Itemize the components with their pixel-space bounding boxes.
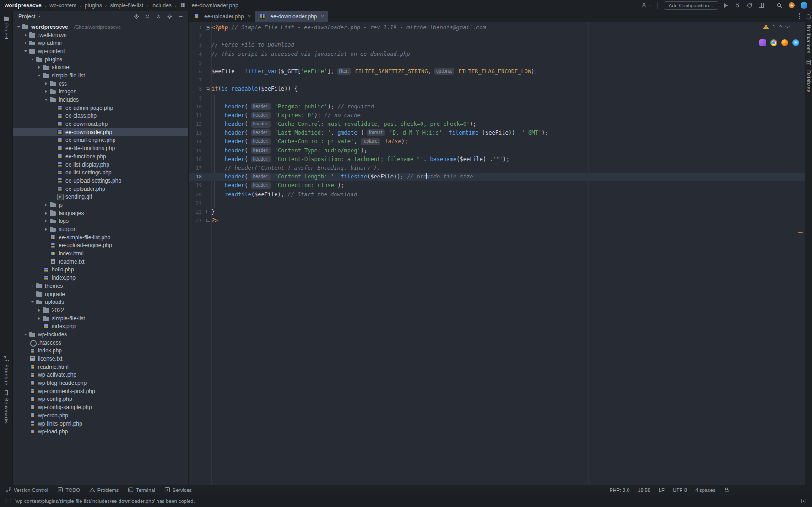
code-line-12[interactable]: 12 header( header: 'Cache-Control: must-… <box>189 120 805 129</box>
breadcrumb-item[interactable]: wp-content <box>49 2 76 9</box>
browser-safari-icon[interactable] <box>792 39 799 46</box>
database-button[interactable] <box>806 59 812 67</box>
chevron-right-icon[interactable] <box>29 283 35 289</box>
chevron-right-icon[interactable] <box>36 307 42 313</box>
status-widget[interactable]: 18:58 <box>638 487 650 493</box>
expand-all-button[interactable] <box>145 14 151 20</box>
code-line-4[interactable]: 4// This script is accessed via javascri… <box>189 50 805 59</box>
code-line-23[interactable]: 23?> <box>189 216 805 225</box>
tree-item[interactable]: simple-file-list <box>13 314 188 323</box>
tree-item[interactable]: ee-uploader.php <box>13 185 188 193</box>
chevron-right-icon[interactable] <box>22 32 28 38</box>
code-line-11[interactable]: 11 header( header: 'Expires: 0'); // no … <box>189 111 805 120</box>
line-number[interactable]: 8 <box>189 85 204 93</box>
toolwindow-button-services[interactable]: Services <box>164 487 192 493</box>
tree-item[interactable]: index.php <box>13 274 188 282</box>
chevron-right-icon[interactable] <box>36 65 42 70</box>
chevron-down-icon[interactable] <box>38 16 41 17</box>
code-editor[interactable]: 1<?php // Simple File List - ee-download… <box>189 22 805 485</box>
tree-item[interactable]: hello.php <box>13 266 188 274</box>
run-button[interactable] <box>724 3 728 8</box>
tool-stripe-label[interactable]: Notifications <box>806 25 812 53</box>
tree-item[interactable]: .well-known <box>13 31 188 39</box>
tree-item[interactable]: akismet <box>13 63 188 71</box>
tree-item[interactable]: wp-includes <box>13 330 188 339</box>
tree-item[interactable]: wp-cron.php <box>13 411 188 420</box>
code-line-3[interactable]: 3// Force File to Download <box>189 41 805 49</box>
hide-panel-button[interactable] <box>178 14 184 20</box>
line-number[interactable]: 3 <box>189 41 204 49</box>
tool-windows-button[interactable] <box>759 3 764 8</box>
status-corner-widget[interactable] <box>801 498 807 504</box>
tree-item[interactable]: wp-config-sample.php <box>13 403 188 411</box>
status-widget[interactable]: LF <box>659 487 665 493</box>
code-line-13[interactable]: 13 header( header: 'Last-Modified: '. gm… <box>189 129 805 137</box>
status-widget[interactable]: 4 spaces <box>695 487 715 493</box>
line-number[interactable]: 14 <box>189 137 204 146</box>
tree-item[interactable]: readme.html <box>13 363 188 371</box>
tab-close-icon[interactable]: × <box>248 13 251 19</box>
update-indicator[interactable] <box>789 2 795 8</box>
chevron-down-icon[interactable] <box>22 48 28 54</box>
tool-stripe-label[interactable]: Database <box>806 70 812 92</box>
toolwindow-button-problems[interactable]: Problems <box>89 487 119 493</box>
editor-tab[interactable]: ee-uploader.php× <box>189 11 255 22</box>
tree-item[interactable]: index.php <box>13 322 188 330</box>
tree-item[interactable]: simple-file-list <box>13 71 188 80</box>
line-number[interactable]: 16 <box>189 155 204 164</box>
tree-item[interactable]: includes <box>13 96 188 104</box>
scrollbar-warning-mark[interactable] <box>798 232 803 233</box>
tree-item[interactable]: ee-list-display.php <box>13 161 188 169</box>
tree-item[interactable]: js <box>13 201 188 209</box>
chevron-down-icon[interactable] <box>29 56 35 62</box>
chevron-right-icon[interactable] <box>43 202 49 208</box>
fold-marker[interactable] <box>204 26 211 30</box>
tree-item[interactable]: uploads <box>13 298 188 306</box>
tree-item[interactable]: themes <box>13 282 188 290</box>
code-line-14[interactable]: 14 header( header: 'Cache-Control: priva… <box>189 137 805 146</box>
code-line-20[interactable]: 20 readfile($eeFile); // Start the downl… <box>189 190 805 199</box>
fold-marker[interactable] <box>204 87 211 91</box>
debug-button[interactable] <box>734 2 741 8</box>
line-number[interactable]: 4 <box>189 50 204 59</box>
code-line-19[interactable]: 19 header( header: 'Connection: close'); <box>189 181 805 190</box>
chevron-right-icon[interactable] <box>43 227 49 232</box>
chevron-right-icon[interactable] <box>43 89 49 95</box>
rerun-button[interactable] <box>747 2 753 8</box>
collaboration-button[interactable] <box>641 2 651 8</box>
tree-item[interactable]: ee-download.php <box>13 120 188 128</box>
code-line-9[interactable]: 9 <box>189 94 805 102</box>
tree-item[interactable]: .htaccess <box>13 339 188 347</box>
tree-item[interactable]: plugins <box>13 55 188 64</box>
tree-item[interactable]: languages <box>13 209 188 217</box>
chevron-right-icon[interactable] <box>22 331 28 337</box>
breadcrumb-item[interactable]: includes <box>152 2 172 9</box>
tree-item[interactable]: ee-list-settings.php <box>13 168 188 177</box>
tree-item[interactable]: readme.txt <box>13 258 188 266</box>
tree-item[interactable]: wp-comments-post.php <box>13 387 188 395</box>
code-line-21[interactable]: 21 <box>189 199 805 208</box>
chevron-down-icon[interactable] <box>43 97 49 103</box>
breadcrumb-item[interactable]: ee-downloader.php <box>192 2 238 9</box>
tool-stripe-structure[interactable]: Structure <box>3 354 9 388</box>
line-number[interactable]: 10 <box>189 102 204 111</box>
code-line-22[interactable]: 22} <box>189 208 805 216</box>
tree-item[interactable]: wp-links-opml.php <box>13 420 188 428</box>
chevron-down-icon[interactable] <box>36 72 42 78</box>
line-number[interactable]: 13 <box>189 129 204 137</box>
code-line-2[interactable]: 2 <box>189 32 805 41</box>
inspections-widget[interactable]: 1 <box>763 24 789 29</box>
code-line-16[interactable]: 16 header( header: 'Content-Disposition:… <box>189 155 805 164</box>
lock-icon[interactable] <box>724 487 730 493</box>
line-number[interactable]: 11 <box>189 111 204 120</box>
chevron-right-icon[interactable] <box>43 218 49 224</box>
notifications-button[interactable] <box>806 13 812 22</box>
tree-item[interactable]: wordpresscve~/Sites/wordpresscve <box>13 23 188 31</box>
line-number[interactable]: 7 <box>189 76 204 85</box>
editor-tab[interactable]: ee-downloader.php× <box>255 11 328 22</box>
tab-options-button[interactable] <box>799 13 800 19</box>
code-line-18[interactable]: 18 header( header: 'Content-Length: '. f… <box>189 173 805 181</box>
settings-button[interactable] <box>167 14 173 20</box>
line-number[interactable]: 21 <box>189 199 204 208</box>
line-number[interactable]: 22 <box>189 208 204 216</box>
